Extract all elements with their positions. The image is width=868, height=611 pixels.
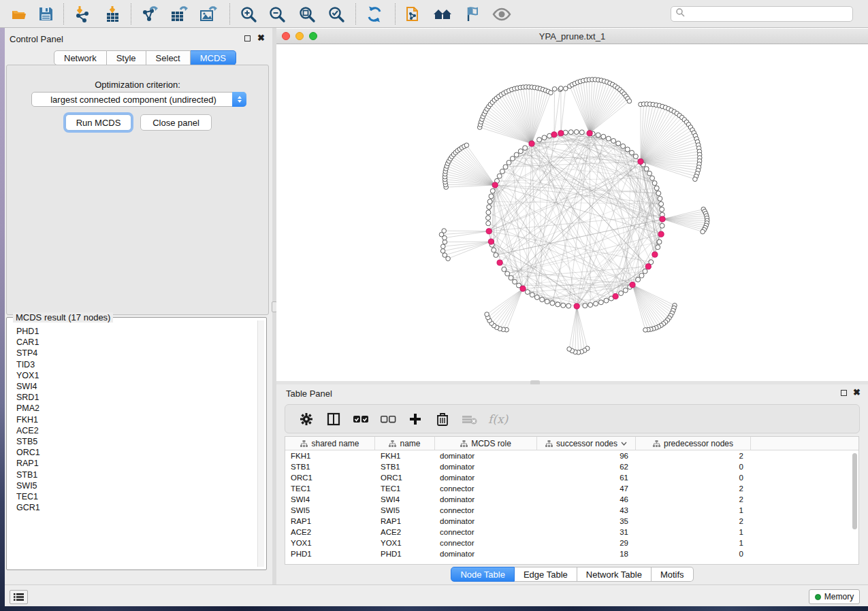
zoom-fit-icon[interactable] [295, 3, 319, 25]
float-window-icon[interactable] [244, 35, 251, 42]
add-column-icon[interactable] [406, 410, 424, 428]
zoom-in-icon[interactable] [237, 3, 260, 25]
table-cell-mcds_role: connector [435, 506, 537, 514]
column-type-icon [460, 440, 468, 447]
table-header-row: shared namenameMCDS rolesuccessor nodesp… [285, 437, 858, 450]
toolbar-separator [63, 3, 64, 24]
tab-network-table[interactable]: Network Table [577, 567, 652, 582]
list-item[interactable]: TEC1 [8, 491, 255, 502]
table-row[interactable]: STB1STB1dominator620 [285, 461, 858, 472]
save-icon[interactable] [34, 3, 57, 25]
list-item[interactable]: SWI5 [8, 480, 255, 491]
table-cell-mcds_role: connector [435, 528, 537, 536]
table-cell-shared_name: FKH1 [285, 452, 375, 460]
table-cell-shared_name: SWI4 [285, 495, 375, 503]
list-item[interactable]: CAR1 [8, 337, 255, 348]
network-canvas[interactable] [276, 44, 868, 381]
column-header-MCDS-role[interactable]: MCDS role [435, 437, 537, 450]
memory-button[interactable]: Memory [809, 589, 860, 604]
tab-node-table[interactable]: Node Table [451, 567, 515, 582]
list-item[interactable]: TID3 [8, 359, 255, 370]
list-item[interactable]: PMA2 [8, 403, 255, 414]
float-window-icon[interactable] [841, 390, 847, 396]
table-cell-name: ORC1 [375, 474, 435, 482]
table-row[interactable]: ORC1ORC1dominator610 [285, 472, 858, 483]
export-image-icon[interactable] [196, 3, 219, 25]
table-cell-shared_name: TEC1 [285, 484, 375, 493]
table-panel-title: Table Panel [286, 389, 332, 399]
column-header-label: MCDS role [471, 439, 511, 448]
table-row[interactable]: ACE2ACE2connector311 [285, 527, 858, 538]
tab-mcds[interactable]: MCDS [191, 50, 236, 65]
list-item[interactable]: ORC1 [8, 447, 255, 458]
function-builder-icon[interactable]: f(x) [488, 412, 508, 426]
delete-column-icon[interactable] [434, 410, 451, 428]
export-table-icon[interactable] [167, 3, 190, 25]
list-item[interactable]: YOX1 [8, 370, 255, 381]
table-row[interactable]: SWI5SWI5connector431 [285, 505, 858, 516]
list-item[interactable]: GCR1 [8, 502, 255, 513]
list-item[interactable]: STB1 [8, 469, 255, 480]
table-cell-successor_nodes: 62 [537, 463, 636, 471]
table-cell-name: SWI4 [375, 495, 435, 503]
close-panel-icon[interactable]: ✖ [257, 35, 265, 42]
close-panel-icon[interactable]: ✖ [853, 389, 861, 396]
eye-icon[interactable] [490, 3, 513, 25]
deselect-all-icon[interactable] [379, 410, 397, 428]
tab-select[interactable]: Select [146, 50, 191, 65]
table-row[interactable]: RAP1RAP1dominator352 [285, 516, 858, 527]
refresh-icon[interactable] [363, 3, 386, 25]
open-folder-icon[interactable] [7, 3, 30, 25]
export-network-icon[interactable] [138, 3, 161, 25]
list-item[interactable]: STB5 [8, 436, 255, 447]
table-row[interactable]: SWI4SWI4dominator462 [285, 494, 858, 505]
zoom-out-icon[interactable] [266, 3, 289, 25]
gear-icon[interactable] [298, 410, 315, 428]
tab-motifs[interactable]: Motifs [652, 567, 694, 582]
table-cell-shared_name: RAP1 [285, 517, 375, 525]
network-file-icon[interactable] [402, 3, 425, 25]
zoom-selected-icon[interactable] [325, 3, 348, 25]
result-scrollbar[interactable] [257, 320, 264, 567]
table-row[interactable]: PHD1PHD1dominator180 [285, 548, 858, 559]
column-header-shared-name[interactable]: shared name [285, 437, 375, 450]
column-pane-icon[interactable] [325, 410, 342, 428]
table-cell-predecessor_nodes: 2 [636, 517, 751, 525]
close-panel-button[interactable]: Close panel [140, 114, 212, 131]
column-header-label: predecessor nodes [664, 439, 733, 448]
list-item[interactable]: PHD1 [8, 326, 255, 337]
list-item[interactable]: FKH1 [8, 414, 255, 425]
import-table-icon[interactable] [101, 3, 124, 25]
search-input[interactable] [686, 8, 852, 20]
list-item[interactable]: SWI4 [8, 381, 255, 392]
tab-style[interactable]: Style [107, 50, 146, 65]
list-item[interactable]: STP4 [8, 348, 255, 359]
list-icon [14, 593, 24, 601]
table-row[interactable]: YOX1YOX1connector291 [285, 538, 858, 548]
table-cell-shared_name: SWI5 [285, 506, 375, 514]
run-mcds-button[interactable]: Run MCDS [65, 114, 131, 131]
tab-network[interactable]: Network [54, 50, 107, 65]
column-header-predecessor-nodes[interactable]: predecessor nodes [636, 437, 751, 450]
desktop-wallpaper-strip [0, 28, 5, 606]
dropdown-stepper-icon [232, 92, 246, 107]
task-history-button[interactable] [10, 590, 28, 604]
hide-graphics-icon[interactable] [460, 3, 483, 25]
list-item[interactable]: RAP1 [8, 458, 255, 469]
criterion-dropdown[interactable]: largest connected component (undirected) [31, 92, 246, 107]
column-header-label: successor nodes [556, 439, 617, 448]
delete-table-icon[interactable] [461, 410, 479, 428]
table-row[interactable]: FKH1FKH1dominator962 [285, 450, 858, 461]
import-network-icon[interactable] [71, 3, 94, 25]
column-type-icon [653, 440, 660, 447]
select-all-icon[interactable] [352, 410, 370, 428]
list-item[interactable]: SRD1 [8, 392, 255, 403]
tab-edge-table[interactable]: Edge Table [515, 567, 577, 582]
list-item[interactable]: ACE2 [8, 425, 255, 436]
column-header-name[interactable]: name [375, 437, 435, 450]
column-header-successor-nodes[interactable]: successor nodes [537, 437, 636, 450]
table-scrollbar-thumb[interactable] [852, 453, 857, 529]
table-row[interactable]: TEC1TEC1connector472 [285, 483, 858, 494]
table-cell-predecessor_nodes: 1 [636, 528, 751, 536]
home-icon[interactable] [431, 3, 454, 25]
